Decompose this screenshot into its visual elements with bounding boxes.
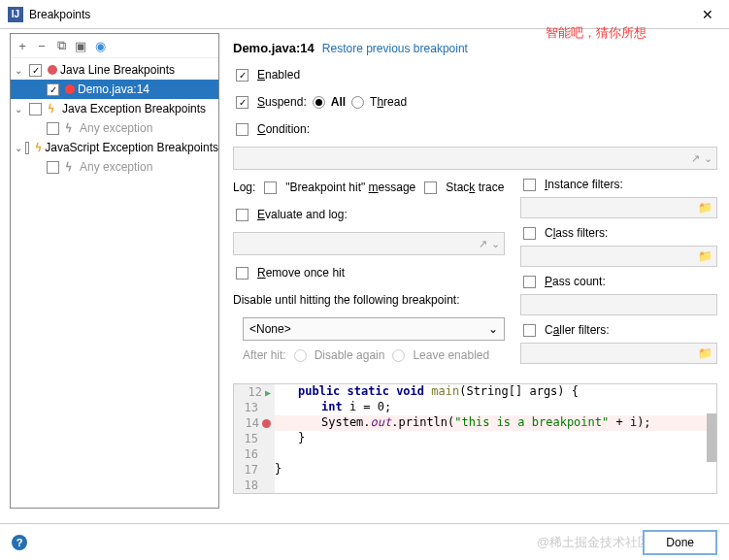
play-icon[interactable]: ▶ (265, 387, 271, 398)
expand-icon[interactable]: ↗ (691, 152, 700, 165)
expand-icon[interactable]: ↗ (479, 238, 487, 250)
chevron-down-icon[interactable]: ⌄ (491, 238, 500, 250)
tree-toolbar: + − ⧉ ▣ ◉ (11, 34, 218, 58)
group-icon[interactable]: ▣ (72, 37, 89, 54)
thread-label: Thread (370, 95, 407, 109)
caller-filters-field[interactable]: 📁 (520, 343, 717, 364)
caller-filters-label: Caller filters: (545, 323, 610, 337)
exception-icon: ϟ (65, 122, 77, 134)
pass-count-field[interactable] (520, 294, 717, 315)
chevron-down-icon[interactable]: ⌄ (704, 152, 712, 165)
caller-filters-checkbox[interactable] (523, 324, 536, 337)
leave-enabled-radio (392, 349, 405, 362)
code-lines: public static void main(String[] args) {… (275, 384, 716, 493)
copy-icon[interactable]: ⧉ (52, 37, 70, 54)
group-checkbox[interactable] (29, 64, 42, 77)
class-filters-label: Class filters: (545, 226, 608, 240)
tree-item-demo[interactable]: Demo.java:14 (11, 80, 218, 99)
item-checkbox[interactable] (47, 122, 59, 135)
scrollbar[interactable] (707, 413, 716, 462)
group-label: Java Exception Breakpoints (62, 102, 206, 115)
instance-filters-label: Instance filters: (545, 178, 623, 191)
restore-link[interactable]: Restore previous breakpoint (322, 42, 468, 55)
tree-item-any-exception-js[interactable]: ϟ Any exception (11, 157, 218, 177)
chevron-down-icon[interactable]: ⌄ (15, 104, 26, 115)
view-icon[interactable]: ◉ (91, 37, 109, 54)
app-icon: IJ (8, 7, 23, 22)
folder-icon[interactable]: 📁 (698, 249, 712, 263)
bphit-label: "Breakpoint hit" message (285, 181, 415, 194)
group-checkbox[interactable] (29, 103, 42, 115)
condition-label: Condition: (257, 122, 310, 136)
remove-label: Remove once hit (257, 266, 345, 280)
group-checkbox[interactable] (25, 142, 29, 154)
exception-icon: ϟ (48, 103, 59, 115)
eval-field[interactable]: ↗⌄ (233, 232, 505, 255)
class-filters-checkbox[interactable] (523, 227, 536, 240)
instance-filters-checkbox[interactable] (523, 179, 536, 191)
suspend-label: Suspend: (257, 95, 307, 109)
item-label: Any exception (80, 121, 152, 135)
eval-checkbox[interactable] (236, 209, 249, 221)
all-label: All (331, 95, 346, 109)
eval-label: Evaluate and log: (257, 208, 348, 221)
breakpoints-tree[interactable]: ⌄ Java Line Breakpoints Demo.java:14 ⌄ ϟ… (11, 58, 218, 508)
after-hit-label: After hit: (243, 348, 286, 362)
gutter: 12▶ 13 14 15 16 17 18 (234, 384, 275, 493)
item-checkbox[interactable] (47, 161, 59, 174)
breakpoints-tree-panel: + − ⧉ ▣ ◉ ⌄ Java Line Breakpoints Demo.j… (10, 33, 219, 509)
add-button[interactable]: + (14, 37, 31, 54)
remove-button[interactable]: − (33, 37, 50, 54)
disable-until-label: Disable until hitting the following brea… (233, 293, 459, 307)
condition-field[interactable]: ↗⌄ (233, 147, 717, 170)
bphit-checkbox[interactable] (264, 181, 277, 194)
breakpoint-icon (48, 65, 57, 75)
suspend-checkbox[interactable] (236, 96, 249, 109)
pass-count-checkbox[interactable] (523, 276, 536, 288)
footer: ? @稀土掘金技术社区 Done (0, 523, 729, 560)
chevron-down-icon[interactable]: ⌄ (15, 143, 22, 153)
code-preview: 12▶ 13 14 15 16 17 18 public static void… (233, 383, 717, 494)
instance-filters-field[interactable]: 📁 (520, 197, 717, 218)
suspend-thread-radio[interactable] (351, 96, 364, 109)
tree-group-js-exception[interactable]: ⌄ ϟ JavaScript Exception Breakpoints (11, 138, 218, 157)
disable-again-radio (294, 349, 307, 362)
item-label: Any exception (80, 160, 152, 174)
tree-group-java-line[interactable]: ⌄ Java Line Breakpoints (11, 60, 218, 80)
group-label: Java Line Breakpoints (60, 63, 175, 77)
disable-until-select[interactable]: <None>⌄ (243, 317, 505, 341)
group-label: JavaScript Exception Breakpoints (45, 141, 218, 154)
tree-group-java-exception[interactable]: ⌄ ϟ Java Exception Breakpoints (11, 99, 218, 118)
exception-icon: ϟ (65, 161, 77, 173)
breakpoint-icon (65, 84, 75, 94)
chevron-down-icon: ⌄ (488, 322, 498, 336)
log-label: Log: (233, 181, 255, 194)
item-label: Demo.java:14 (78, 82, 149, 96)
folder-icon[interactable]: 📁 (698, 346, 712, 360)
pass-count-label: Pass count: (545, 275, 606, 288)
remove-checkbox[interactable] (236, 267, 249, 280)
annotation-text: 智能吧，猜你所想 (546, 24, 646, 42)
watermark: @稀土掘金技术社区 (537, 534, 650, 551)
disable-again-label: Disable again (315, 348, 385, 362)
stack-checkbox[interactable] (424, 181, 437, 194)
enabled-label: Enabled (257, 68, 300, 82)
folder-icon[interactable]: 📁 (698, 201, 712, 214)
enabled-checkbox[interactable] (236, 69, 249, 82)
help-icon[interactable]: ? (12, 535, 27, 550)
detail-title: Demo.java:14 (233, 41, 315, 55)
exception-icon: ϟ (35, 142, 42, 153)
window-title: Breakpoints (29, 8, 694, 21)
done-button[interactable]: Done (643, 530, 717, 555)
tree-item-any-exception[interactable]: ϟ Any exception (11, 118, 218, 138)
breakpoint-icon[interactable] (262, 419, 271, 428)
suspend-all-radio[interactable] (313, 96, 325, 109)
stack-label: Stack trace (446, 181, 504, 194)
leave-enabled-label: Leave enabled (413, 348, 489, 362)
chevron-down-icon[interactable]: ⌄ (15, 65, 26, 76)
condition-checkbox[interactable] (236, 123, 249, 136)
close-icon[interactable]: ✕ (694, 7, 721, 22)
breakpoint-details: Demo.java:14 Restore previous breakpoint… (219, 29, 729, 521)
class-filters-field[interactable]: 📁 (520, 246, 717, 267)
item-checkbox[interactable] (47, 83, 59, 96)
